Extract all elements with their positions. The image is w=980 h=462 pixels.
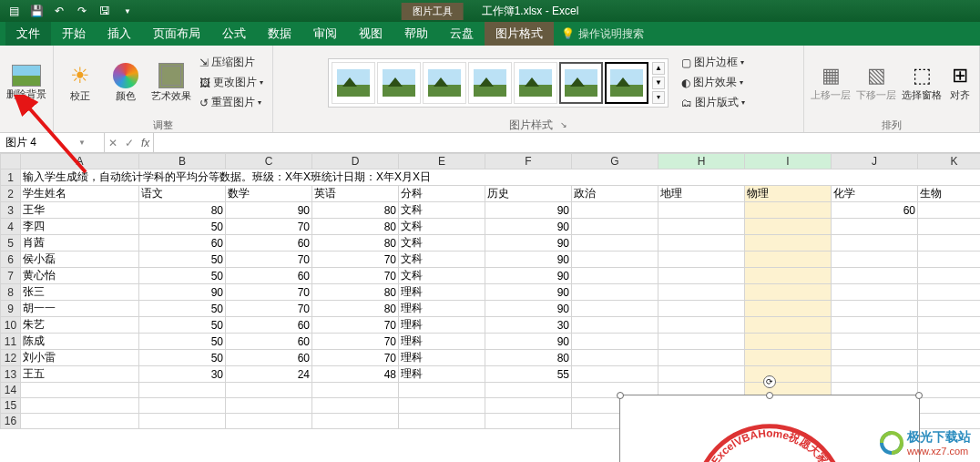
selection-pane-button[interactable]: ⬚ 选择窗格 (901, 50, 943, 116)
formula-input[interactable] (154, 133, 980, 152)
tab-file[interactable]: 文件 (5, 22, 51, 46)
tab-layout[interactable]: 页面布局 (142, 22, 211, 46)
compress-pictures-button[interactable]: ⇲压缩图片 (196, 53, 267, 72)
style-item[interactable] (605, 62, 648, 104)
cell[interactable] (832, 252, 918, 268)
cell[interactable]: 90 (485, 334, 572, 350)
cell[interactable] (658, 219, 745, 235)
save2-icon[interactable]: 🖫 (95, 2, 115, 20)
cell[interactable]: 50 (139, 350, 226, 366)
cell[interactable] (745, 366, 832, 383)
cell[interactable]: 物理 (745, 186, 832, 202)
cell[interactable]: 80 (312, 301, 399, 317)
row-header[interactable]: 6 (1, 252, 21, 268)
cell[interactable] (312, 398, 399, 414)
column-header[interactable]: H (658, 154, 745, 169)
row-header[interactable]: 9 (1, 301, 21, 317)
row-header[interactable]: 2 (1, 186, 21, 202)
cell[interactable]: 80 (312, 235, 399, 252)
name-dropdown-icon[interactable]: ▼ (78, 139, 86, 147)
cell[interactable]: 60 (226, 350, 312, 366)
cell[interactable] (658, 252, 745, 268)
row-header[interactable]: 1 (1, 169, 21, 186)
cell[interactable]: 70 (226, 219, 312, 235)
name-box-input[interactable] (5, 137, 78, 149)
qat-dropdown-icon[interactable]: ▼ (117, 2, 138, 20)
row-header[interactable]: 15 (1, 398, 21, 414)
cell[interactable] (745, 284, 832, 301)
cell[interactable] (658, 268, 745, 284)
tab-home[interactable]: 开始 (51, 22, 97, 46)
cell[interactable]: 50 (139, 301, 226, 317)
column-header[interactable]: F (485, 154, 572, 169)
row-header[interactable]: 4 (1, 219, 21, 235)
column-header[interactable]: G (572, 154, 658, 169)
cell[interactable] (312, 414, 399, 429)
corrections-button[interactable]: 校正 (59, 50, 101, 116)
cell[interactable]: 学生姓名 (21, 186, 139, 202)
cell[interactable] (485, 398, 572, 414)
cell[interactable]: 70 (226, 301, 312, 317)
cell[interactable] (572, 235, 658, 252)
cell[interactable]: 90 (139, 284, 226, 301)
row-header[interactable]: 16 (1, 414, 21, 429)
cell[interactable] (658, 284, 745, 301)
cell[interactable] (572, 252, 658, 268)
row-header[interactable]: 13 (1, 366, 21, 383)
cell[interactable] (745, 202, 832, 219)
cell[interactable] (918, 366, 981, 383)
gallery-more-icon[interactable]: ▾ (652, 91, 665, 104)
style-item[interactable] (468, 62, 512, 104)
gallery-up-icon[interactable]: ▲ (652, 62, 665, 75)
cell[interactable]: 侯小磊 (21, 252, 139, 268)
cell[interactable]: 李四 (21, 219, 139, 235)
column-header[interactable]: A (21, 154, 139, 169)
cell[interactable]: 50 (139, 252, 226, 268)
cell[interactable]: 化学 (832, 186, 918, 202)
cell[interactable]: 50 (139, 268, 226, 284)
cell[interactable] (745, 268, 832, 284)
cell[interactable] (399, 383, 485, 398)
cell[interactable] (572, 301, 658, 317)
cell[interactable]: 朱艺 (21, 317, 139, 334)
cell[interactable]: 地理 (658, 186, 745, 202)
picture-border-button[interactable]: ▢图片边框 ▾ (678, 53, 749, 72)
cell[interactable]: 理科 (399, 350, 485, 366)
cell[interactable] (658, 317, 745, 334)
cell[interactable]: 30 (485, 317, 572, 334)
cell[interactable] (832, 235, 918, 252)
cell[interactable]: 90 (485, 202, 572, 219)
cell[interactable] (832, 366, 918, 383)
style-item[interactable] (423, 62, 466, 104)
cell[interactable] (226, 414, 312, 429)
cell[interactable] (918, 202, 981, 219)
cell[interactable]: 张三 (21, 284, 139, 301)
row-header[interactable]: 7 (1, 268, 21, 284)
cell[interactable] (399, 414, 485, 429)
cell[interactable] (572, 366, 658, 383)
column-header[interactable]: B (139, 154, 226, 169)
cell[interactable] (572, 219, 658, 235)
cell[interactable] (918, 219, 981, 235)
style-item[interactable] (332, 62, 375, 104)
cell[interactable] (832, 268, 918, 284)
cell[interactable]: 55 (485, 366, 572, 383)
cell[interactable]: 60 (139, 235, 226, 252)
resize-handle[interactable] (915, 392, 923, 399)
cell[interactable] (918, 334, 981, 350)
cell[interactable] (918, 268, 981, 284)
cell[interactable]: 60 (226, 268, 312, 284)
cell[interactable]: 80 (139, 202, 226, 219)
cell[interactable]: 70 (226, 252, 312, 268)
cell[interactable]: 80 (312, 284, 399, 301)
cell[interactable]: 90 (485, 219, 572, 235)
cell[interactable]: 刘小雷 (21, 350, 139, 366)
remove-background-button[interactable]: 删除背景 (5, 50, 47, 116)
cell[interactable]: 70 (312, 334, 399, 350)
style-item[interactable] (514, 62, 557, 104)
row-header[interactable]: 3 (1, 202, 21, 219)
cell[interactable]: 历史 (485, 186, 572, 202)
dialog-launcher-icon[interactable]: ↘ (560, 120, 567, 129)
cell[interactable] (745, 350, 832, 366)
cell[interactable]: 60 (832, 202, 918, 219)
